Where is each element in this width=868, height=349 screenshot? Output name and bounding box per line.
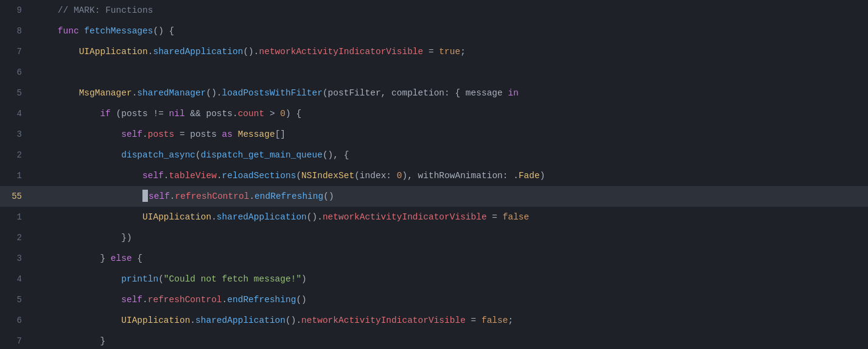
line-number: 6	[0, 310, 32, 331]
line-number: 9	[0, 0, 32, 21]
line-number: 6	[0, 62, 32, 83]
line-content: self.tableView.reloadSections(NSIndexSet…	[32, 165, 868, 186]
line-number: 4	[0, 269, 32, 289]
line-content: UIApplication.sharedApplication().networ…	[32, 207, 868, 227]
line-content: }	[32, 331, 868, 349]
line-number: 8	[0, 21, 32, 41]
line-content: self.posts = posts as Message[]	[32, 124, 868, 145]
code-line: 5 self.refreshControl.endRefreshing()	[0, 289, 868, 310]
line-number: 5	[0, 289, 32, 310]
code-line: 2 dispatch_async(dispatch_get_main_queue…	[0, 145, 868, 165]
line-content: func fetchMessages() {	[32, 21, 868, 41]
code-line: 4 if (posts != nil && posts.count > 0) {	[0, 103, 868, 124]
line-number: 4	[0, 103, 32, 124]
code-line: 5 MsgManager.sharedManager().loadPostsWi…	[0, 83, 868, 103]
code-line: 2 })	[0, 227, 868, 248]
line-content: dispatch_async(dispatch_get_main_queue()…	[32, 145, 868, 165]
code-line: 4 println("Could not fetch message!")	[0, 269, 868, 289]
line-number: 2	[0, 145, 32, 165]
line-content: if (posts != nil && posts.count > 0) {	[32, 103, 868, 124]
code-line: 9 // MARK: Functions	[0, 0, 868, 21]
code-line: 55 self.refreshControl.endRefreshing()	[0, 186, 868, 207]
line-content: UIApplication.sharedApplication().networ…	[32, 41, 868, 62]
line-number: 3	[0, 248, 32, 269]
cursor	[142, 190, 148, 202]
code-line: 3 } else {	[0, 248, 868, 269]
line-number: 1	[0, 165, 32, 186]
line-content: })	[32, 227, 868, 248]
line-content: } else {	[32, 248, 868, 269]
code-line: 7 }	[0, 331, 868, 349]
line-number: 2	[0, 227, 32, 248]
code-line: 8 func fetchMessages() {	[0, 21, 868, 41]
code-line: 1 self.tableView.reloadSections(NSIndexS…	[0, 165, 868, 186]
line-number: 55	[0, 186, 32, 207]
code-editor: 9 // MARK: Functions8 func fetchMessages…	[0, 0, 868, 349]
line-number: 1	[0, 207, 32, 227]
line-content: UIApplication.sharedApplication().networ…	[32, 310, 868, 331]
line-content: println("Could not fetch message!")	[32, 269, 868, 289]
code-line: 1 UIApplication.sharedApplication().netw…	[0, 207, 868, 227]
line-number: 7	[0, 41, 32, 62]
code-line: 7 UIApplication.sharedApplication().netw…	[0, 41, 868, 62]
line-content: MsgManager.sharedManager().loadPostsWith…	[32, 83, 868, 103]
code-line: 6	[0, 62, 868, 83]
code-line: 3 self.posts = posts as Message[]	[0, 124, 868, 145]
line-content: self.refreshControl.endRefreshing()	[32, 186, 868, 207]
line-content: // MARK: Functions	[32, 0, 868, 21]
line-number: 3	[0, 124, 32, 145]
line-content: self.refreshControl.endRefreshing()	[32, 289, 868, 310]
code-line: 6 UIApplication.sharedApplication().netw…	[0, 310, 868, 331]
line-number: 5	[0, 83, 32, 103]
line-number: 7	[0, 331, 32, 349]
